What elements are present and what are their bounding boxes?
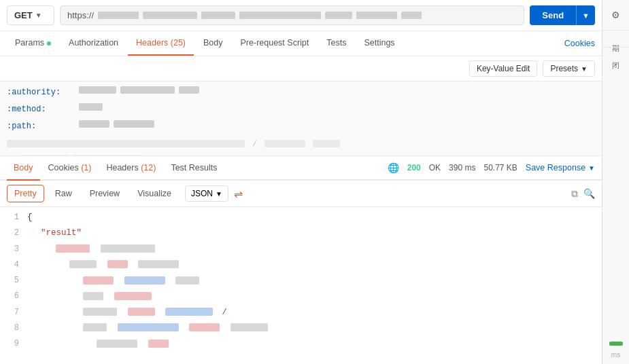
json-line-3-content <box>27 242 156 257</box>
format-type-chevron: ▼ <box>216 190 222 198</box>
format-tab-pretty[interactable]: Pretty <box>7 185 44 202</box>
json-blur-3a <box>56 244 90 253</box>
headers-editor: :authority: :method: :path: / <box>0 81 602 156</box>
method-label: GET <box>14 10 33 20</box>
url-bar: GET ▼ https:// Send ▼ <box>0 0 602 31</box>
json-line-9-content <box>27 337 170 351</box>
url-blur-5 <box>325 12 352 19</box>
json-blur-3b <box>101 244 155 253</box>
format-type-select[interactable]: JSON ▼ <box>185 185 228 202</box>
json-line-5-content <box>27 274 201 288</box>
json-blur-7a <box>83 308 117 316</box>
sidebar-text-close[interactable]: 闭 <box>611 53 621 58</box>
header-val-authority-1 <box>79 86 116 94</box>
presets-label: Presets <box>550 64 578 73</box>
line-num-6: 6 <box>0 289 27 303</box>
status-bar-green <box>609 342 623 346</box>
json-blur-6a <box>83 292 103 300</box>
sidebar-text-period[interactable]: 期 <box>611 36 621 41</box>
search-icon[interactable]: 🔍 <box>583 188 595 199</box>
json-line-9: 9 <box>0 336 602 352</box>
line-num-7: 7 <box>0 306 27 319</box>
settings-icon[interactable]: ⚙ <box>607 5 626 24</box>
header-row-path: :path: <box>0 118 602 135</box>
json-blur-5b <box>124 276 165 285</box>
copy-icon[interactable]: ⧉ <box>571 188 578 200</box>
send-button[interactable]: Send <box>530 5 576 25</box>
format-tab-visualize[interactable]: Visualize <box>131 185 178 202</box>
json-line-5: 5 <box>0 273 602 289</box>
url-blur-6 <box>356 12 397 19</box>
save-response-button[interactable]: Save Response ▼ <box>526 163 595 172</box>
key-value-edit-button[interactable]: Key-Value Edit <box>469 60 538 77</box>
json-blur-5a <box>83 276 114 285</box>
headers-count: (25) <box>171 38 186 48</box>
tab-headers[interactable]: Headers (25) <box>128 31 194 56</box>
cookies-link[interactable]: Cookies <box>564 39 595 48</box>
response-tabs: Body Cookies (1) Headers (12) Test Resul… <box>0 156 602 181</box>
sidebar-divider-1 <box>602 30 629 31</box>
json-blur-8b <box>118 323 179 331</box>
tab-authorization[interactable]: Authorization <box>61 31 126 56</box>
header-val-4a <box>7 140 245 147</box>
json-blur-6b <box>114 292 152 300</box>
resp-tab-cookies[interactable]: Cookies (1) <box>41 156 99 181</box>
filter-button[interactable]: ⇌ <box>234 187 243 200</box>
resp-tab-headers[interactable]: Headers (12) <box>99 156 163 181</box>
presets-button[interactable]: Presets ▼ <box>543 60 595 77</box>
json-line-6: 6 <box>0 289 602 304</box>
json-blur-8d <box>231 323 268 331</box>
tab-pre-request[interactable]: Pre-request Script <box>233 31 318 56</box>
status-200: 200 <box>407 163 421 172</box>
body-actions: ⧉ 🔍 <box>571 188 595 200</box>
header-val-method <box>79 103 103 111</box>
body-toolbar: Pretty Raw Preview Visualize JSON ▼ ⇌ ⧉ … <box>0 181 602 207</box>
line-num-3: 3 <box>0 242 27 256</box>
resp-tab-body[interactable]: Body <box>7 156 40 181</box>
response-meta: 🌐 200 OK 390 ms 50.77 KB Save Response ▼ <box>388 162 595 173</box>
save-response-chevron: ▼ <box>588 164 595 172</box>
url-blur-3 <box>201 12 235 19</box>
json-blur-4a <box>69 260 97 268</box>
header-row-4: / <box>0 136 602 153</box>
tab-body[interactable]: Body <box>195 31 231 56</box>
line-num-5: 5 <box>0 274 27 287</box>
right-sidebar: ⚙ 期 闭 ms <box>602 0 629 364</box>
response-time: 390 ms <box>449 163 475 172</box>
send-dropdown-button[interactable]: ▼ <box>576 5 595 25</box>
method-select[interactable]: GET ▼ <box>7 5 54 25</box>
json-blur-9a <box>97 340 137 348</box>
json-line-3: 3 <box>0 242 602 257</box>
json-line-8-content <box>27 321 269 335</box>
format-tab-raw[interactable]: Raw <box>48 185 79 202</box>
headers-toolbar: Key-Value Edit Presets ▼ <box>0 56 602 81</box>
json-blur-5c <box>175 276 199 285</box>
url-blur-7 <box>401 12 422 19</box>
json-blur-9b <box>148 340 169 348</box>
send-button-group: Send ▼ <box>530 5 595 25</box>
header-row-authority: :authority: <box>0 84 602 101</box>
json-blur-7c <box>165 308 213 316</box>
format-tab-preview[interactable]: Preview <box>83 185 126 202</box>
method-chevron-icon: ▼ <box>35 12 42 19</box>
tab-settings[interactable]: Settings <box>356 31 403 56</box>
line-num-8: 8 <box>0 321 27 335</box>
header-val-path-1 <box>79 120 109 128</box>
url-https-prefix: https:// <box>67 10 94 20</box>
json-line-4-content <box>27 258 180 272</box>
json-line-4: 4 <box>0 257 602 273</box>
header-key-path: :path: <box>7 120 75 133</box>
json-line-7-content: / <box>27 306 230 320</box>
tab-params[interactable]: Params <box>7 31 59 56</box>
globe-icon: 🌐 <box>388 162 399 173</box>
resp-headers-count: (12) <box>141 163 156 172</box>
header-key-method: :method: <box>7 103 75 116</box>
save-response-label: Save Response <box>526 163 585 172</box>
response-section: Body Cookies (1) Headers (12) Test Resul… <box>0 156 602 364</box>
params-dot <box>47 41 51 46</box>
json-line-7: 7 / <box>0 305 602 321</box>
line-num-1: 1 <box>0 211 27 224</box>
header-val-authority-3 <box>179 86 199 94</box>
tab-tests[interactable]: Tests <box>318 31 354 56</box>
resp-tab-test-results[interactable]: Test Results <box>164 156 224 181</box>
